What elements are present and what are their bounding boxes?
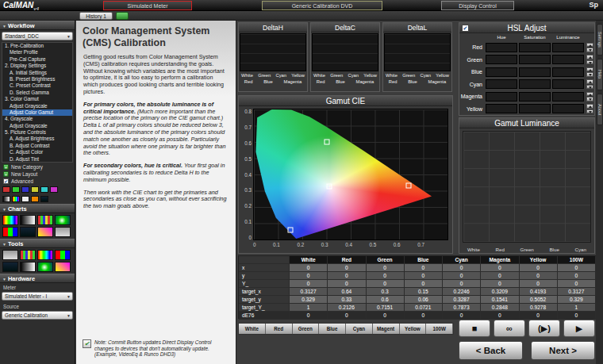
palette-icon[interactable] [2, 186, 10, 193]
tool-thumbnail[interactable] [2, 262, 18, 272]
tree-item[interactable]: 1. Pre-Calibration [2, 43, 72, 49]
workflow-section-header[interactable]: ▼Workflow [0, 21, 75, 30]
chart-thumbnail[interactable] [20, 215, 36, 225]
spin-down-button[interactable] [586, 48, 593, 52]
palette-icon[interactable] [50, 186, 58, 193]
hsl-luminance-field[interactable] [552, 104, 584, 113]
measure-red-button[interactable]: Red [266, 324, 293, 334]
workflow-select[interactable]: Standard_DDC▼ [2, 32, 73, 40]
tool-thumbnail[interactable] [55, 262, 71, 272]
chart-thumbnail[interactable] [2, 227, 18, 237]
hsl-hue-field[interactable] [486, 67, 517, 77]
palette-icon[interactable] [31, 196, 39, 202]
spin-down-button[interactable] [586, 85, 593, 90]
tools-section-header[interactable]: ▼Tools [0, 239, 75, 248]
spin-down-button[interactable] [586, 97, 593, 102]
hsl-saturation-field[interactable] [519, 55, 551, 64]
new-layout-button[interactable]: +New Layout [0, 171, 75, 178]
spin-down-button[interactable] [586, 72, 593, 77]
chart-thumbnail[interactable] [55, 227, 71, 237]
tree-item[interactable]: B. Preset Brightness [2, 76, 72, 82]
charts-section-header[interactable]: ▼Charts [0, 204, 75, 213]
measure-100w-button[interactable]: 100W [426, 324, 453, 334]
spin-up-button[interactable] [586, 92, 593, 97]
source-select[interactable]: Generic Calibration▼ [2, 311, 73, 320]
tree-item[interactable]: Adjust Grayscale [2, 103, 72, 109]
hsl-enable-checkbox[interactable]: ✔ [462, 25, 469, 32]
measure-blue-button[interactable]: Blue [319, 324, 346, 334]
tree-item-selected[interactable]: Adjust Color Gamut [2, 109, 72, 116]
chart-thumbnail[interactable] [37, 227, 53, 237]
spin-down-button[interactable] [586, 60, 593, 65]
measure-once-button[interactable]: (▶) [528, 320, 560, 337]
tool-thumbnail[interactable] [20, 262, 36, 272]
tree-item[interactable]: A. Adjust Brightness [2, 136, 72, 142]
tree-item[interactable]: C. Adjust Color [2, 149, 72, 155]
commit-checkbox[interactable]: ✔ [83, 339, 91, 348]
measure-magenta-button[interactable]: Magent [373, 324, 400, 334]
tree-item[interactable]: B. Adjust Contrast [2, 143, 72, 149]
tree-item[interactable]: A. Initial Settings [2, 70, 72, 76]
tree-item[interactable]: Pre-Cal Capture [2, 56, 72, 63]
palette-icon[interactable] [40, 196, 48, 202]
tree-item[interactable]: 2. Display Settings [2, 63, 72, 69]
meter-select[interactable]: Simulated Meter - I▼ [2, 292, 73, 301]
tree-item[interactable]: C. Preset Contrast [2, 82, 72, 89]
tree-item[interactable]: 3. Color Gamut [2, 96, 72, 102]
chart-thumbnail[interactable] [55, 215, 71, 225]
continuous-loop-button[interactable]: ∞ [494, 320, 525, 337]
history-button[interactable]: History 1 [79, 12, 113, 20]
right-tab-about[interactable]: About [597, 94, 603, 125]
tool-thumbnail[interactable] [2, 250, 18, 260]
right-tab-settings[interactable]: Settings [597, 24, 603, 56]
palette-icon[interactable] [21, 196, 29, 202]
palette-icon[interactable] [12, 186, 20, 193]
palette-icon[interactable] [31, 186, 39, 193]
chart-thumbnail[interactable] [37, 215, 53, 225]
hsl-hue-field[interactable] [486, 92, 517, 102]
new-category-button[interactable]: +New Category [0, 163, 75, 171]
hsl-saturation-field[interactable] [519, 92, 551, 102]
hsl-luminance-field[interactable] [552, 67, 584, 77]
spin-down-button[interactable] [586, 109, 593, 114]
spin-up-button[interactable] [586, 43, 593, 48]
tree-item[interactable]: Meter Profile [2, 49, 72, 56]
spin-up-button[interactable] [586, 67, 593, 72]
hsl-hue-field[interactable] [486, 43, 517, 52]
chart-thumbnail[interactable] [20, 227, 36, 237]
hardware-section-header[interactable]: ▼Hardware [0, 274, 75, 283]
palette-icon[interactable] [40, 186, 48, 193]
palette-icon[interactable] [21, 186, 29, 193]
tool-thumbnail[interactable] [37, 262, 53, 272]
hsl-saturation-field[interactable] [519, 67, 551, 77]
palette-icon[interactable] [12, 196, 20, 202]
chart-thumbnail[interactable] [2, 215, 18, 225]
hsl-saturation-field[interactable] [519, 43, 551, 52]
tool-thumbnail[interactable] [37, 250, 53, 260]
back-button[interactable]: < Back [459, 341, 523, 360]
advanced-checkbox[interactable]: ✔Advanced [0, 178, 75, 185]
tab-simulated-meter[interactable]: Simulated Meter [103, 1, 192, 10]
spin-up-button[interactable] [586, 104, 593, 109]
history-add-button[interactable] [116, 12, 129, 20]
tool-thumbnail[interactable] [20, 250, 36, 260]
tree-item[interactable]: 5. Picture Controls [2, 129, 72, 136]
hsl-luminance-field[interactable] [552, 43, 584, 52]
stop-button[interactable]: ■ [459, 320, 490, 337]
spin-up-button[interactable] [586, 79, 593, 84]
tab-generic-calibration-dvd[interactable]: Generic Calibration DVD [262, 1, 382, 10]
measure-yellow-button[interactable]: Yellow [400, 324, 427, 334]
hsl-hue-field[interactable] [486, 79, 517, 89]
right-tab-help[interactable]: Help [597, 59, 603, 90]
tool-thumbnail[interactable] [55, 250, 71, 260]
measure-green-button[interactable]: Green [293, 324, 320, 334]
measure-cyan-button[interactable]: Cyan [346, 324, 373, 334]
hsl-luminance-field[interactable] [552, 79, 584, 89]
next-button[interactable]: Next > [531, 341, 595, 360]
tree-item[interactable]: Adjust Grayscale [2, 123, 72, 129]
measure-white-button[interactable]: White [239, 324, 266, 334]
play-button[interactable]: ▶ [563, 320, 595, 337]
tree-item[interactable]: D. Adjust Tint [2, 156, 72, 163]
hsl-luminance-field[interactable] [552, 55, 584, 64]
hsl-hue-field[interactable] [486, 55, 517, 64]
